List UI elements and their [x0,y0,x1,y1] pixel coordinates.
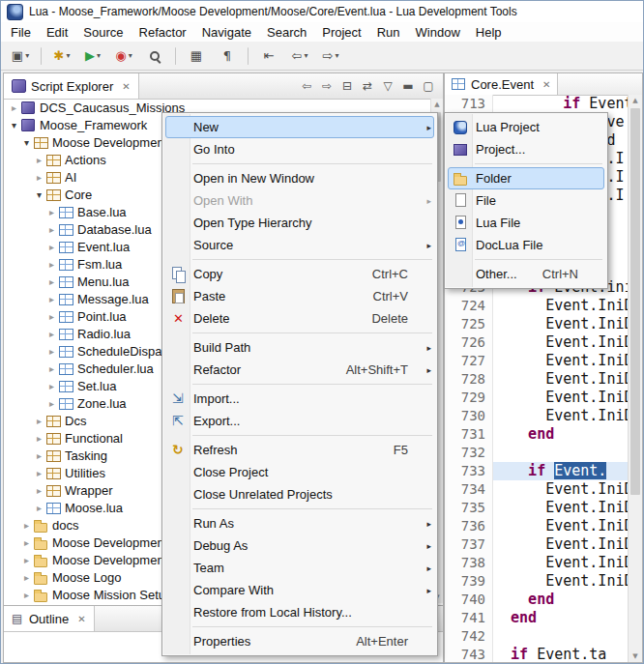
context-menu-item[interactable]: Close Unrelated Projects [165,483,434,505]
close-icon[interactable]: ✕ [77,614,85,624]
context-menu-item[interactable]: Properties Alt+Enter [165,630,434,652]
back-button[interactable]: ⇦ [285,44,314,68]
expand-arrow-icon[interactable] [45,363,58,374]
scroll-up-icon[interactable]: ▲ [629,95,642,106]
forward-icon[interactable]: ⇨ [320,79,334,93]
expand-arrow-icon[interactable] [45,276,58,287]
expand-arrow-icon[interactable] [20,572,33,583]
toolbar-button[interactable] [248,47,249,65]
context-menu-item[interactable]: Compare With [165,579,434,601]
expand-arrow-icon[interactable] [33,172,45,183]
context-menu-item[interactable]: Team [165,557,434,579]
expand-arrow-icon[interactable] [20,590,33,600]
toolbar-button[interactable] [41,47,42,65]
context-menu-item[interactable]: Delete Delete [165,307,434,330]
expand-arrow-icon[interactable] [20,537,33,548]
context-menu-item[interactable]: Close Project [165,461,434,483]
menubar-item[interactable]: Source [75,24,131,41]
minimize-icon[interactable]: ▬ [401,79,415,93]
scrollbar-thumb[interactable] [630,108,640,495]
expand-arrow-icon[interactable] [20,555,33,565]
back-icon[interactable]: ⇦ [300,79,313,93]
expand-arrow-icon[interactable] [20,520,33,531]
forward-button[interactable]: ⇨ [316,44,345,68]
profile-button[interactable]: ◉ [109,44,138,68]
context-menu-item[interactable]: Build Path [165,336,434,359]
context-menu-item[interactable]: Debug As [165,534,434,557]
menubar-item[interactable]: Edit [39,24,75,41]
menubar-item[interactable]: Project [314,24,368,41]
expand-arrow-icon[interactable] [45,294,58,304]
menubar-item[interactable]: Help [468,24,510,41]
menubar-item[interactable]: Navigate [194,24,259,41]
expand-arrow-icon[interactable] [33,433,45,444]
search-button[interactable] [140,44,169,68]
tab-script-explorer[interactable]: Script Explorer ✕ [4,73,139,99]
submenu-item[interactable]: Lua Project [448,116,604,138]
expand-arrow-icon[interactable] [45,242,58,252]
menubar-item[interactable]: Refactor [132,24,194,41]
toolbar-button[interactable] [175,47,176,65]
context-menu-item[interactable] [192,626,432,627]
expand-arrow-icon[interactable] [33,416,45,426]
view-menu-icon[interactable]: ▽ [381,79,395,93]
expand-arrow-icon[interactable] [45,224,58,235]
run-button[interactable]: ▶ [78,44,107,68]
submenu-item[interactable]: DocLua File [448,234,604,256]
context-menu-item[interactable]: Source [165,234,434,256]
scroll-down-icon[interactable]: ▼ [629,650,642,662]
expand-arrow-icon[interactable] [33,503,45,513]
expand-arrow-icon[interactable] [45,311,58,322]
context-menu-item[interactable]: Copy Ctrl+C [165,263,434,285]
context-menu-item[interactable]: Import... [165,388,434,410]
expand-arrow-icon[interactable] [8,102,20,113]
context-menu-item[interactable] [192,384,432,385]
context-menu-item[interactable]: Go Into [165,138,434,160]
tab-core-event[interactable]: Core.Event ✕ [445,73,558,95]
context-menu-item[interactable]: Open in New Window [165,167,434,189]
toggle-mark-occurrences-button[interactable]: ▦ [182,44,211,68]
collapse-all-icon[interactable]: ⊟ [340,79,354,93]
context-menu-item[interactable] [192,435,432,436]
submenu-item[interactable]: Project... [448,138,604,160]
submenu-item[interactable]: Other... Ctrl+N [448,263,604,285]
context-menu-item[interactable] [192,332,432,333]
expand-arrow-icon[interactable] [45,346,58,357]
menubar-item[interactable]: Run [369,24,408,41]
close-icon[interactable]: ✕ [122,81,130,92]
context-menu-item[interactable]: New [165,116,434,138]
context-menu-item[interactable]: Open Type Hierarchy [165,212,434,234]
submenu-item[interactable]: Folder [448,167,604,189]
context-menu-item[interactable]: Export... [165,410,434,432]
maximize-icon[interactable]: ▢ [422,79,435,93]
submenu-item[interactable]: File [448,189,604,212]
expand-arrow-icon[interactable] [45,398,58,409]
expand-arrow-icon[interactable] [8,120,20,130]
context-menu-item[interactable]: Run As [165,512,434,534]
expand-arrow-icon[interactable] [33,450,45,461]
expand-arrow-icon[interactable] [33,189,45,200]
expand-arrow-icon[interactable] [33,468,45,478]
link-with-editor-icon[interactable]: ⇄ [361,79,374,93]
context-menu-item[interactable] [192,508,432,509]
tab-outline[interactable]: ▤ Outline ✕ [4,606,95,631]
expand-arrow-icon[interactable] [33,485,45,496]
context-menu-item[interactable] [192,259,432,260]
scroll-up-icon[interactable]: ▲ [431,99,443,110]
context-menu-item[interactable]: Restore from Local History... [165,601,434,623]
last-edit-location-button[interactable]: ⇤ [254,44,283,68]
context-menu-item[interactable]: Refactor Alt+Shift+T [165,359,434,381]
submenu-item[interactable] [475,259,602,260]
expand-arrow-icon[interactable] [33,155,45,165]
context-menu-item[interactable]: Open With [165,189,434,212]
editor-scrollbar[interactable]: ▲ ▼ [628,95,642,662]
expand-arrow-icon[interactable] [20,137,33,148]
debug-button[interactable]: ✱ [47,44,76,68]
context-menu-item[interactable] [192,163,432,164]
new-wizard-button[interactable]: ▣ [6,44,35,68]
submenu-item[interactable] [475,163,602,164]
menubar-item[interactable]: Search [259,24,314,41]
menubar-item[interactable]: Window [408,24,468,41]
expand-arrow-icon[interactable] [45,207,58,217]
expand-arrow-icon[interactable] [45,381,58,391]
